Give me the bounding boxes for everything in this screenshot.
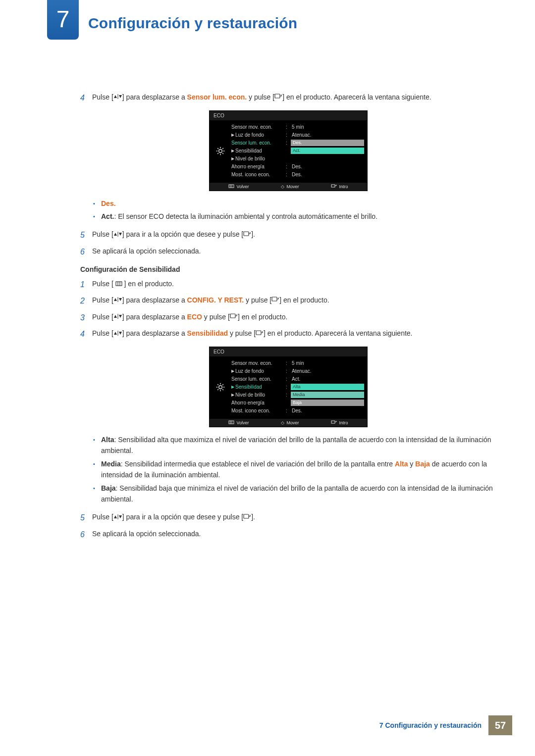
text-fragment: ]. [251, 230, 255, 238]
text-fragment: ] para desplazarse a [122, 296, 187, 304]
enter-icon [274, 94, 282, 101]
sens-step-6: 6 Se aplicará la opción seleccionada. [80, 528, 496, 541]
osd-value: Atenuac. [291, 368, 364, 374]
text-fragment: ] en el producto. [238, 313, 287, 321]
bullet-text: : Sensibilidad intermedia que establece … [121, 460, 395, 468]
highlighted-term: CONFIG. Y REST. [187, 296, 244, 304]
page-footer: 7 Configuración y restauración 57 [379, 715, 512, 735]
text-fragment: y pulse [ [244, 296, 271, 304]
highlighted-term: Baja [415, 460, 430, 468]
upper-step-5: 5 Pulse [] para ir a la opción que desee… [80, 229, 496, 242]
enter-icon [243, 514, 251, 521]
text-fragment: ] en el producto. Aparecerá la ventana s… [282, 93, 431, 101]
osd-screenshot-1: ECO Sensor mov. econ.:5 min Luz de fondo… [209, 110, 368, 191]
svg-point-26 [219, 386, 222, 389]
enter-icon [243, 231, 251, 238]
osd-label: Most. icono econ. [231, 408, 286, 413]
step-number: 4 [80, 92, 92, 104]
osd-value: Atenuac. [291, 132, 364, 138]
svg-rect-35 [229, 421, 234, 424]
text-fragment: y pulse [ [228, 329, 256, 337]
bullet-term: Act. [101, 212, 114, 220]
osd-label: Ahorro energía [231, 400, 286, 405]
text-fragment: Pulse [ [92, 280, 115, 288]
svg-line-32 [222, 389, 223, 390]
footer-label: 7 Configuración y restauración [379, 721, 482, 729]
updown-icon [113, 94, 122, 101]
subheading: Configuración de Sensibilidad [80, 265, 496, 273]
sens-step-3: 3 Pulse [] para desplazarse a ECO y puls… [80, 311, 496, 324]
osd-footer: Volver ◇Mover Intro [210, 419, 367, 427]
osd-row: Nivel de brillo:Media [231, 391, 364, 399]
svg-line-31 [217, 384, 218, 385]
bullet: • Act.: El sensor ECO detecta la ilumina… [93, 211, 496, 222]
osd-option-selected: Act. [291, 148, 364, 154]
step-number: 2 [80, 295, 92, 307]
bullet: • Alta: Sensibilidad alta que maximiza e… [93, 434, 496, 456]
osd-row: Ahorro energíaBaja [231, 399, 364, 407]
osd-rows: Sensor mov. econ.:5 min Luz de fondo:Ate… [231, 123, 367, 179]
osd-value: 5 min [291, 360, 364, 366]
osd-foot-label: Intro [339, 184, 348, 189]
enter-icon [331, 420, 337, 425]
bullet-text: y [408, 460, 415, 468]
updown-icon [113, 330, 122, 337]
bullet-text: : El sensor ECO detecta la iluminación a… [114, 212, 377, 220]
osd-footer: Volver ◇Mover Intro [210, 183, 367, 191]
updown-icon [113, 313, 122, 320]
osd-label: Luz de fondo [231, 132, 286, 138]
bullet-dot: • [93, 211, 101, 222]
bullet-term: Media [101, 460, 121, 468]
osd-option: Baja [291, 400, 364, 406]
menu-icon [115, 280, 122, 287]
osd-option-selected: Alta [291, 384, 364, 390]
sens-step-4: 4 Pulse [] para desplazarse a Sensibilid… [80, 328, 496, 341]
osd-iconcol [210, 123, 231, 179]
bullet-list: • Alta: Sensibilidad alta que maximiza e… [93, 434, 496, 504]
text-fragment: Pulse [ [92, 329, 113, 337]
enter-icon [256, 330, 264, 337]
sens-step-2: 2 Pulse [] para desplazarse a CONFIG. Y … [80, 295, 496, 307]
upper-step-4: 4 Pulse [] para desplazarse a Sensor lum… [80, 92, 496, 104]
svg-point-2 [219, 149, 222, 152]
text-fragment: ] en el producto. [279, 296, 329, 304]
osd-label: Sensor mov. econ. [231, 124, 286, 130]
osd-label: Sensor lum. econ. [231, 376, 286, 382]
osd-title: ECO [210, 347, 367, 356]
osd-iconcol [210, 359, 231, 415]
osd-label: Sensibilidad [231, 148, 286, 153]
osd-foot-label: Volver [236, 420, 249, 425]
osd-row-highlight: Sensibilidad:Alta [231, 383, 364, 391]
osd-label: Sensor lum. econ. [231, 140, 286, 146]
enter-icon [271, 297, 279, 303]
osd-screenshot-2: ECO Sensor mov. econ.:5 min Luz de fondo… [209, 347, 368, 427]
step-text: Pulse [] para desplazarse a CONFIG. Y RE… [92, 295, 496, 307]
osd-value: Act. [291, 376, 364, 382]
menu-icon [228, 184, 234, 189]
bullet-text: : Sensibilidad alta que maximiza el nive… [101, 436, 491, 454]
text-fragment: Pulse [ [92, 296, 113, 304]
osd-row: Sensor mov. econ.:5 min [231, 123, 364, 131]
text-fragment: ] en el producto. [122, 280, 174, 288]
svg-line-34 [222, 384, 223, 385]
osd-row: Sensor mov. econ.:5 min [231, 359, 364, 367]
osd-value: Des. [291, 164, 364, 169]
step-number: 3 [80, 311, 92, 324]
osd-label: Sensor mov. econ. [231, 360, 286, 366]
osd-row: Sensor lum. econ.:Act. [231, 375, 364, 383]
text-fragment: ] para desplazarse a [122, 329, 187, 337]
svg-rect-23 [230, 314, 235, 318]
text-fragment: Pulse [ [92, 513, 113, 521]
step-text: Pulse [ ] en el producto. [92, 278, 496, 291]
enter-icon [331, 184, 337, 189]
upper-step-6: 6 Se aplicará la opción seleccionada. [80, 246, 496, 258]
bullet: • Des. [93, 198, 496, 209]
osd-row: Luz de fondo:Atenuac. [231, 367, 364, 375]
step-text: Se aplicará la opción seleccionada. [92, 246, 496, 258]
step-number: 6 [80, 246, 92, 258]
svg-line-9 [217, 153, 218, 154]
page: 7 Configuración y restauración 4 Pulse [… [0, 0, 535, 756]
svg-line-7 [217, 148, 218, 149]
updown-icon [113, 514, 122, 521]
highlighted-term: ECO [187, 313, 202, 321]
